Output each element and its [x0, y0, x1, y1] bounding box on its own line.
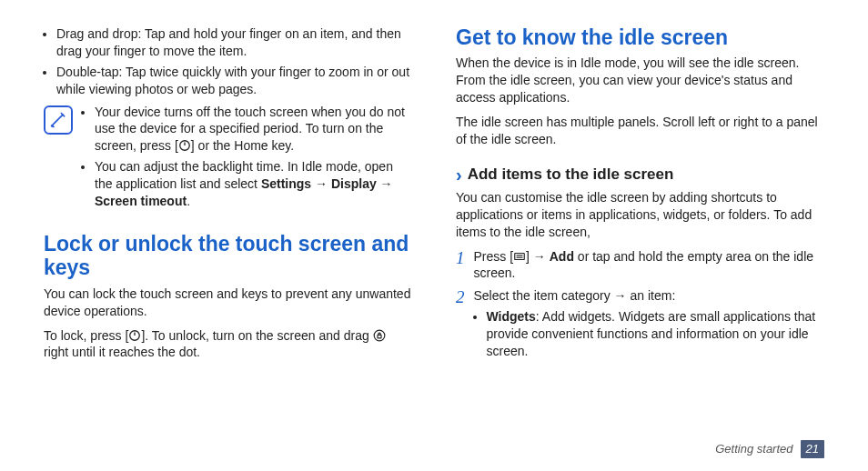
idle-paragraph-2: The idle screen has multiple panels. Scr…	[456, 114, 824, 148]
add-label: Add	[550, 249, 574, 264]
arrow: →	[377, 176, 393, 191]
left-column: Drag and drop: Tap and hold your finger …	[44, 25, 412, 368]
step-body: Press [] → Add or tap and hold the empty…	[474, 248, 825, 283]
page-content: Drag and drop: Tap and hold your finger …	[0, 0, 868, 368]
arrow: ] →	[526, 249, 550, 264]
text: Press [	[474, 249, 514, 264]
gesture-bullets: Drag and drop: Tap and hold your finger …	[44, 25, 412, 98]
bullet-double-tap: Double-tap: Tap twice quickly with your …	[56, 64, 412, 98]
menu-icon	[513, 250, 526, 263]
add-items-paragraph: You can customise the idle screen by add…	[456, 189, 824, 241]
display-label: Display	[331, 176, 377, 191]
idle-paragraph-1: When the device is in Idle mode, you wil…	[456, 55, 824, 106]
lock-paragraph-1: You can lock the touch screen and keys t…	[44, 286, 412, 320]
subheading-row: › Add items to the idle screen	[456, 165, 824, 185]
svg-rect-5	[378, 335, 381, 338]
bullet-drag-drop: Drag and drop: Tap and hold your finger …	[56, 25, 412, 60]
numbered-steps: 1 Press [] → Add or tap and hold the emp…	[456, 248, 824, 360]
text: ]. To unlock, turn on the screen and dra…	[141, 328, 372, 343]
power-icon	[128, 329, 141, 342]
step-body: Select the item category → an item: Widg…	[474, 287, 825, 360]
text: right until it reaches the dot.	[44, 345, 200, 359]
lock-icon	[373, 329, 386, 342]
heading-idle-screen: Get to know the idle screen	[456, 25, 824, 49]
note-item-2: You can adjust the backlight time. In Id…	[95, 158, 412, 210]
note-icon	[44, 105, 73, 135]
lock-paragraph-2: To lock, press []. To unlock, turn on th…	[44, 327, 412, 362]
settings-label: Settings	[261, 176, 311, 191]
subheading-add-items: Add items to the idle screen	[468, 165, 674, 185]
chevron-icon: ›	[456, 165, 462, 184]
svg-rect-6	[515, 253, 525, 259]
power-icon	[178, 139, 191, 152]
step-number: 2	[456, 288, 465, 360]
text: To lock, press [	[44, 328, 128, 343]
text: ] or the Home key.	[191, 138, 294, 153]
text: .	[187, 194, 190, 208]
note-box: Your device turns off the touch screen w…	[44, 104, 412, 214]
page-footer: Getting started 21	[715, 440, 824, 458]
step-1: 1 Press [] → Add or tap and hold the emp…	[456, 248, 824, 283]
note-list: Your device turns off the touch screen w…	[82, 104, 412, 214]
step-number: 1	[456, 249, 465, 283]
heading-lock-unlock: Lock or unlock the touch screen and keys	[44, 232, 412, 280]
text: Select the item category → an item:	[474, 288, 676, 303]
note-item-1: Your device turns off the touch screen w…	[95, 104, 412, 155]
footer-section: Getting started	[715, 441, 792, 457]
text: : Add widgets. Widgets are small applica…	[487, 309, 816, 358]
step-2-bullets: Widgets: Add widgets. Widgets are small …	[474, 308, 825, 360]
footer-page-number: 21	[801, 440, 824, 458]
screen-timeout-label: Screen timeout	[95, 194, 187, 208]
right-column: Get to know the idle screen When the dev…	[456, 25, 824, 368]
widgets-label: Widgets	[487, 309, 536, 324]
arrow: →	[311, 176, 331, 191]
step-2: 2 Select the item category → an item: Wi…	[456, 287, 824, 360]
bullet-widgets: Widgets: Add widgets. Widgets are small …	[487, 308, 825, 360]
